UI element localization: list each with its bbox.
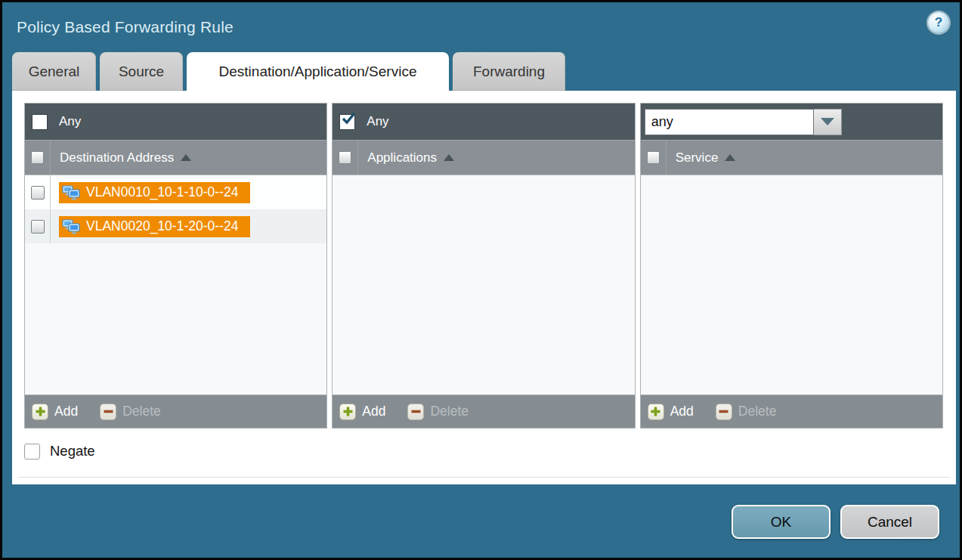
delete-label: Delete — [122, 404, 161, 419]
plus-icon — [648, 404, 664, 420]
service-footer-toolbar: Add Delete — [641, 394, 942, 428]
network-address-icon — [62, 185, 81, 200]
applications-list — [333, 175, 634, 394]
destination-any-label: Any — [59, 114, 81, 129]
network-address-icon — [62, 219, 81, 234]
address-object-label: VLAN0010_10-1-10-0--24 — [86, 184, 238, 200]
add-button[interactable]: Add — [32, 404, 78, 420]
destination-address-column: Any Destination Address — [24, 103, 327, 429]
tab-general[interactable]: General — [12, 52, 96, 91]
service-dropdown-value[interactable]: any — [645, 109, 814, 135]
row-checkbox[interactable] — [31, 186, 45, 200]
address-object-chip[interactable]: VLAN0010_10-1-10-0--24 — [59, 182, 250, 203]
policy-based-forwarding-dialog: Policy Based Forwarding Rule ? General S… — [0, 0, 962, 560]
chevron-down-icon — [821, 118, 834, 125]
address-object-label: VLAN0020_10-1-20-0--24 — [86, 218, 238, 234]
minus-icon — [407, 404, 424, 420]
applications-footer-toolbar: Add Delete — [333, 394, 634, 428]
service-dropdown-row: any — [641, 104, 942, 140]
delete-label: Delete — [738, 404, 777, 419]
negate-checkbox[interactable] — [24, 444, 40, 459]
tab-forwarding[interactable]: Forwarding — [453, 52, 565, 91]
applications-any-label: Any — [367, 114, 388, 129]
sort-ascending-icon — [725, 154, 735, 161]
destination-address-header-label: Destination Address — [60, 150, 174, 166]
row-checkbox[interactable] — [31, 220, 45, 234]
service-select-all-checkbox[interactable] — [647, 151, 660, 164]
sort-ascending-icon — [181, 154, 191, 161]
ok-label: OK — [771, 514, 791, 531]
tab-source[interactable]: Source — [100, 52, 183, 91]
destination-address-list: VLAN0010_10-1-10-0--24 — [25, 175, 326, 394]
header-checkbox-cell — [333, 141, 358, 175]
destination-address-column-header[interactable]: Destination Address — [25, 140, 326, 175]
header-checkbox-cell — [641, 141, 667, 175]
tab-label: Source — [119, 63, 164, 80]
tab-destination-application-service[interactable]: Destination/Application/Service — [187, 52, 449, 91]
destination-any-checkbox[interactable] — [32, 114, 48, 130]
minus-icon — [716, 404, 732, 420]
negate-row: Negate — [24, 443, 943, 459]
destination-select-all-checkbox[interactable] — [31, 151, 44, 164]
list-item[interactable]: VLAN0010_10-1-10-0--24 — [25, 175, 326, 209]
tab-bar: General Source Destination/Application/S… — [12, 52, 960, 91]
applications-header-label: Applications — [367, 150, 437, 166]
help-glyph: ? — [935, 15, 942, 30]
minus-icon — [100, 404, 116, 420]
cancel-button[interactable]: Cancel — [840, 505, 939, 539]
tab-content-panel: Any Destination Address — [12, 91, 956, 484]
row-checkbox-cell — [25, 209, 51, 243]
tab-label: Destination/Application/Service — [219, 63, 417, 80]
dialog-title: Policy Based Forwarding Rule — [17, 18, 234, 36]
ok-button[interactable]: OK — [732, 505, 831, 539]
delete-button[interactable]: Delete — [716, 404, 777, 420]
delete-label: Delete — [430, 404, 469, 419]
applications-any-row: Any — [333, 104, 634, 140]
three-column-layout: Any Destination Address — [24, 103, 943, 429]
applications-select-all-checkbox[interactable] — [339, 151, 351, 164]
sort-ascending-icon — [444, 154, 454, 161]
service-column-header[interactable]: Service — [641, 140, 942, 175]
add-label: Add — [670, 404, 694, 419]
applications-column: Any Applications Add — [332, 103, 635, 429]
add-label: Add — [54, 404, 78, 419]
applications-any-checkbox[interactable] — [339, 114, 355, 130]
service-column: any Service — [640, 103, 943, 429]
service-list — [641, 175, 942, 394]
dropdown-arrow-button[interactable] — [814, 109, 842, 135]
add-button[interactable]: Add — [648, 404, 694, 420]
help-icon[interactable]: ? — [928, 12, 949, 33]
window-titlebar: Policy Based Forwarding Rule ? — [2, 2, 960, 52]
add-label: Add — [362, 404, 385, 419]
dialog-button-bar: OK Cancel — [2, 505, 960, 539]
plus-icon — [32, 404, 48, 420]
tab-label: Forwarding — [473, 63, 545, 80]
service-dropdown[interactable]: any — [645, 109, 842, 135]
panel-divider — [18, 477, 950, 478]
plus-icon — [339, 404, 356, 420]
destination-footer-toolbar: Add Delete — [25, 394, 326, 428]
cancel-label: Cancel — [868, 514, 912, 531]
negate-label: Negate — [50, 443, 95, 459]
address-object-chip[interactable]: VLAN0020_10-1-20-0--24 — [59, 216, 250, 237]
add-button[interactable]: Add — [339, 404, 385, 420]
destination-any-row: Any — [25, 104, 326, 140]
service-header-label: Service — [676, 150, 719, 166]
row-checkbox-cell — [25, 175, 51, 209]
header-checkbox-cell — [25, 141, 51, 175]
tab-label: General — [29, 63, 80, 80]
applications-column-header[interactable]: Applications — [333, 140, 634, 175]
list-item[interactable]: VLAN0020_10-1-20-0--24 — [25, 209, 326, 243]
delete-button[interactable]: Delete — [407, 404, 469, 420]
delete-button[interactable]: Delete — [100, 404, 161, 420]
